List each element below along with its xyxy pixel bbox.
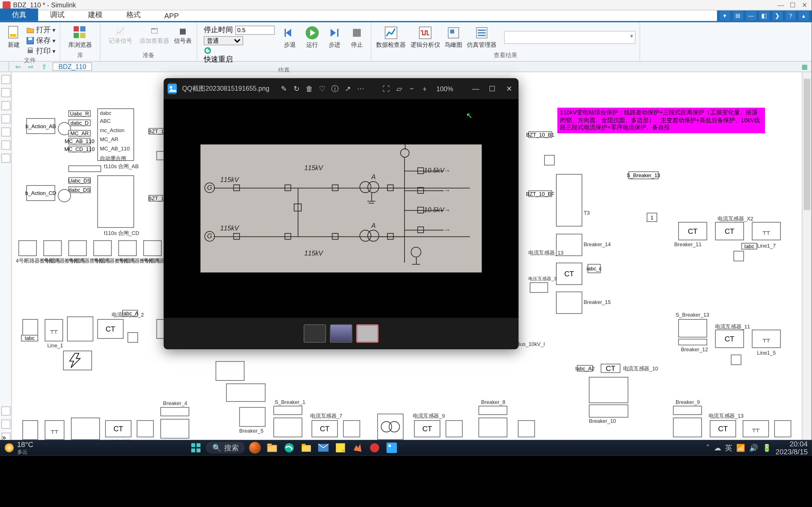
photos-favorite-button[interactable]: ♡ (318, 82, 326, 95)
ribbon-help-button[interactable]: ? (785, 11, 796, 20)
palette-btn-6[interactable] (1, 140, 11, 150)
block-relay-cd[interactable] (97, 175, 134, 228)
block-ct-a[interactable]: CT (97, 319, 123, 339)
ribbon-shortcut-4[interactable]: ◧ (759, 11, 769, 20)
canvas-scrollbar[interactable] (802, 72, 812, 445)
taskbar-matlab-icon[interactable] (350, 441, 365, 454)
tab-modeling[interactable]: 建模 (76, 8, 114, 21)
fast-restart-button[interactable]: 快速重启 (204, 47, 275, 64)
nav-up-button[interactable]: ⇧ (40, 63, 49, 71)
hide-panel-button[interactable]: ▦ (800, 63, 809, 71)
tag-iabc-a2[interactable]: Iabc_A2 (577, 365, 593, 372)
log-signals-button[interactable]: 📈记录信号 (105, 24, 136, 45)
add-viewer-button[interactable]: 🗔添加查看器 (139, 24, 170, 45)
palette-btn-4[interactable] (1, 114, 11, 124)
tag-iabc-c[interactable]: iabc_c (588, 264, 601, 273)
tray-onedrive-icon[interactable]: ☁ (714, 444, 721, 452)
birdseye-button[interactable]: 鸟瞰图 (444, 24, 463, 48)
block-breaker10[interactable] (589, 404, 628, 418)
step-back-button[interactable]: 步退 (280, 24, 300, 48)
block-breaker4[interactable] (160, 419, 190, 439)
ribbon-shortcut-5[interactable]: ❯ (772, 11, 783, 20)
photos-titlebar[interactable]: QQ截图20230815191655.png ✎ ↻ 🗑 ♡ ⓘ ↗ ⋯ ⛶ ▱… (163, 78, 518, 99)
review-gallery-dropdown[interactable]: ▾ (504, 31, 636, 44)
block-sbreaker[interactable] (273, 418, 303, 438)
block-ct-t3[interactable]: CT (556, 263, 582, 285)
photos-edit-button[interactable]: ✎ (280, 82, 288, 95)
model-name-tab[interactable]: BDZ_110 (52, 62, 92, 71)
tab-simulation[interactable]: 仿真 (0, 8, 38, 21)
print-button[interactable]: 打印 ▾ (26, 46, 56, 56)
tag-breaker12[interactable] (678, 339, 707, 345)
block-breakerA[interactable] (67, 317, 93, 342)
filmstrip-thumb-2[interactable] (356, 325, 378, 343)
tag-iabc2[interactable]: Iabc (741, 243, 757, 249)
ribbon-shortcut-1[interactable]: ▾ (719, 11, 730, 20)
ribbon-shortcut-2[interactable]: ⊞ (733, 11, 743, 20)
window-max-button[interactable]: ☐ (788, 1, 797, 9)
tag-uabc-ds[interactable]: Uabc_DS (68, 177, 91, 184)
nav-back-button[interactable]: ⇦ (13, 63, 22, 71)
tag-mc-ar[interactable]: MC_AR (68, 130, 91, 136)
tag-s-breaker-13[interactable]: S_Breaker_13 (628, 171, 658, 179)
taskbar-explorer-icon[interactable] (265, 441, 280, 454)
data-inspector-button[interactable]: 数据检查器 (375, 24, 407, 48)
photos-viewport[interactable]: ↖ G G (163, 99, 518, 318)
tag-mc-ab-110[interactable]: MC_AB_110 (68, 138, 91, 145)
tag-s-breaker[interactable] (273, 406, 303, 415)
block-ct-r2b[interactable]: CT (715, 330, 744, 348)
palette-btn-bottom1[interactable] (1, 406, 11, 416)
photos-rotate-button[interactable]: ↻ (293, 82, 300, 95)
tray-battery-icon[interactable]: 🔋 (762, 444, 772, 452)
tag-uabc-r[interactable]: Uabc_R (68, 110, 91, 117)
tag-dabc-ds[interactable]: dabc_DS (68, 186, 91, 193)
tray-ime[interactable]: 英 (725, 443, 732, 453)
block-vm-b5[interactable] (774, 420, 792, 438)
block-breaker5[interactable] (239, 407, 265, 427)
tag-breaker8[interactable] (478, 406, 507, 415)
const-1[interactable]: 1 (647, 213, 657, 222)
block-ct-b1[interactable]: CT (105, 420, 132, 438)
save-button[interactable]: 保存 ▾ (26, 36, 56, 45)
scope-r1[interactable] (733, 251, 744, 261)
taskbar-weather[interactable]: 18°C 多云 (0, 440, 37, 455)
taskbar-app-red-icon[interactable] (367, 441, 382, 454)
const-ctrl7[interactable] (93, 240, 112, 256)
block-ct-small[interactable]: CT (601, 363, 620, 373)
window-min-button[interactable]: — (776, 1, 785, 9)
tab-format[interactable]: 格式 (114, 8, 153, 21)
tag-iabc-ai[interactable]: Iabc (21, 335, 38, 341)
const-ctrl4[interactable] (18, 240, 37, 256)
taskbar-mail-icon[interactable] (316, 441, 331, 454)
photos-slideshow-button[interactable]: ▱ (395, 82, 403, 95)
block-source-t3[interactable] (556, 174, 582, 226)
block-xfmr-mid[interactable] (377, 414, 403, 440)
mux-cd[interactable] (58, 189, 71, 202)
const-ctrl9[interactable] (143, 240, 161, 256)
taskbar-photos-icon[interactable] (385, 441, 399, 454)
block-vm-b1[interactable] (137, 420, 154, 438)
tag-action-cd[interactable]: b_Action_CD (26, 185, 55, 201)
run-button[interactable]: 运行 (302, 24, 322, 48)
block-line-r1[interactable]: ┬┬ (752, 222, 781, 240)
photos-max-button[interactable]: ☐ (487, 81, 498, 96)
signal-table-button[interactable]: ▦信号表 (173, 24, 193, 45)
palette-btn-7[interactable] (1, 154, 11, 163)
sim-manager-button[interactable]: 仿真管理器 (466, 24, 498, 48)
block-ct-r2[interactable] (678, 319, 707, 337)
block-vm-b4[interactable] (518, 420, 535, 438)
photos-fit-button[interactable]: ⛶ (382, 82, 390, 95)
block-breaker8[interactable] (478, 418, 507, 438)
scrollbar-thumb[interactable] (804, 79, 810, 210)
new-button[interactable]: 新建 (4, 24, 24, 48)
const-ctrl5[interactable] (43, 240, 62, 256)
block-3ph-mid[interactable] (226, 383, 266, 402)
tray-chevron-icon[interactable]: ˄ (706, 444, 710, 452)
const-ctrl6[interactable] (68, 240, 87, 256)
tag-bzt-10-gl[interactable]: BZT_10_B1 (528, 131, 552, 138)
ribbon-collapse-button[interactable]: ▴ (799, 11, 809, 20)
photos-zoom-out-button[interactable]: − (408, 82, 416, 95)
block-line-r2[interactable]: ┬┬ (752, 330, 781, 348)
block-vs-b[interactable] (22, 420, 38, 440)
block-ct-r1b[interactable]: CT (715, 222, 744, 240)
